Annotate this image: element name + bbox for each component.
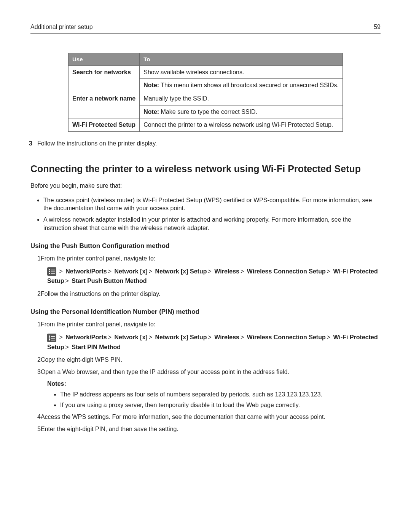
step-text: From the printer control panel, navigate… <box>41 321 156 328</box>
step-number: 4 <box>37 414 41 420</box>
step-item: 1From the printer control panel, navigat… <box>37 254 381 286</box>
step-text: Follow the instructions on the printer d… <box>37 140 157 147</box>
nav-path: > Network/Ports> Network [x]> Network [x… <box>47 267 381 286</box>
note-text: This menu item shows all broadcast secur… <box>159 82 339 88</box>
chevron: > <box>208 334 211 340</box>
header-title: Additional printer setup <box>30 23 93 31</box>
chevron: > <box>65 344 68 350</box>
cell-to: Connect the printer to a wireless networ… <box>140 118 343 132</box>
step-text: Open a Web browser, and then type the IP… <box>41 369 289 375</box>
path-segment: Wireless <box>214 268 239 275</box>
step-item: 4Access the WPS settings. For more infor… <box>37 413 381 421</box>
step-text: Enter the eight‑digit PIN, and then save… <box>41 426 178 432</box>
chevron: > <box>241 268 244 275</box>
path-segment: Network/Ports <box>65 334 107 340</box>
subsection-heading: Using the Push Button Configuration meth… <box>30 242 381 251</box>
step-item: 2Copy the eight‑digit WPS PIN. <box>37 356 381 364</box>
subsection-heading: Using the Personal Identification Number… <box>30 308 381 316</box>
note-text: Make sure to type the correct SSID. <box>159 109 257 115</box>
menu-list-icon <box>47 267 56 276</box>
path-segment: Network [x] <box>115 268 148 275</box>
cell-text: Show available wireless connections. <box>143 68 339 77</box>
step-number: 3 <box>29 139 37 148</box>
chevron: > <box>241 334 244 340</box>
step-number: 2 <box>37 291 41 297</box>
path-segment: Wireless <box>214 334 239 340</box>
chevron: > <box>59 334 62 340</box>
chevron: > <box>327 268 330 275</box>
list-item: A wireless network adapter installed in … <box>43 216 381 232</box>
chevron: > <box>108 268 112 275</box>
pin-steps: 1From the printer control panel, navigat… <box>30 320 381 433</box>
cell-to: Manually type the SSID. Note: Make sure … <box>140 92 343 118</box>
cell-text: Manually type the SSID. <box>143 94 339 103</box>
chevron: > <box>65 278 68 284</box>
step-item: 3Open a Web browser, and then type the I… <box>37 368 381 409</box>
step-item: 3Follow the instructions on the printer … <box>30 139 381 148</box>
page-header: Additional printer setup 59 <box>30 23 381 34</box>
note-label: Note: <box>143 82 159 88</box>
cell-use: Search for networks <box>68 66 139 92</box>
step-item: 2Follow the instructions on the printer … <box>37 290 381 298</box>
table-header-use: Use <box>68 53 139 66</box>
intro-list: The access point (wireless router) is Wi… <box>30 196 381 232</box>
path-segment: Wireless Connection Setup <box>247 268 326 275</box>
intro-text: Before you begin, make sure that: <box>30 182 381 190</box>
step-number: 5 <box>37 426 41 432</box>
list-item: The access point (wireless router) is Wi… <box>43 196 381 212</box>
path-segment: Start Push Button Method <box>72 278 147 284</box>
notes-list: The IP address appears as four sets of n… <box>37 390 381 409</box>
cell-to: Show available wireless connections. Not… <box>140 66 343 92</box>
chevron: > <box>208 268 211 275</box>
page-number: 59 <box>374 23 381 31</box>
step-text: Follow the instructions on the printer d… <box>41 291 161 297</box>
table-row: Search for networks Show available wirel… <box>68 66 342 92</box>
chevron: > <box>149 334 152 340</box>
path-segment: Network/Ports <box>65 268 107 275</box>
path-segment: Network [x] Setup <box>155 334 207 340</box>
cell-use: Enter a network name <box>68 92 139 118</box>
step-number: 1 <box>37 321 41 328</box>
chevron: > <box>108 334 112 340</box>
notes-label: Notes: <box>47 380 381 388</box>
step-number: 3 <box>37 369 41 375</box>
menu-list-icon <box>47 334 56 342</box>
options-table: Use To Search for networks Show availabl… <box>68 53 343 132</box>
path-segment: Network [x] <box>115 334 148 340</box>
step-text: Access the WPS settings. For more inform… <box>41 414 325 420</box>
nav-path: > Network/Ports> Network [x]> Network [x… <box>47 332 381 352</box>
table-row: Wi-Fi Protected Setup Connect the printe… <box>68 118 342 132</box>
step-text: Copy the eight‑digit WPS PIN. <box>41 356 122 363</box>
cell-use: Wi-Fi Protected Setup <box>68 118 139 132</box>
list-item: If you are using a proxy server, then te… <box>60 401 381 409</box>
path-segment: Start PIN Method <box>72 344 121 350</box>
chevron: > <box>327 334 330 340</box>
chevron: > <box>59 268 62 275</box>
section-heading: Connecting the printer to a wireless net… <box>30 163 381 176</box>
step-item: 1From the printer control panel, navigat… <box>37 320 381 352</box>
path-segment: Wireless Connection Setup <box>247 334 326 340</box>
table-row: Enter a network name Manually type the S… <box>68 92 342 118</box>
cell-note: Note: This menu item shows all broadcast… <box>140 78 342 89</box>
cell-note: Note: Make sure to type the correct SSID… <box>140 105 342 116</box>
step-text: From the printer control panel, navigate… <box>41 255 156 262</box>
push-steps: 1From the printer control panel, navigat… <box>30 254 381 298</box>
step-number: 2 <box>37 356 41 363</box>
note-label: Note: <box>143 109 159 115</box>
path-segment: Network [x] Setup <box>155 268 207 275</box>
step-number: 1 <box>37 255 41 262</box>
step-item: 5Enter the eight‑digit PIN, and then sav… <box>37 425 381 433</box>
table-header-to: To <box>140 53 343 66</box>
chevron: > <box>149 268 152 275</box>
list-item: The IP address appears as four sets of n… <box>60 390 381 399</box>
